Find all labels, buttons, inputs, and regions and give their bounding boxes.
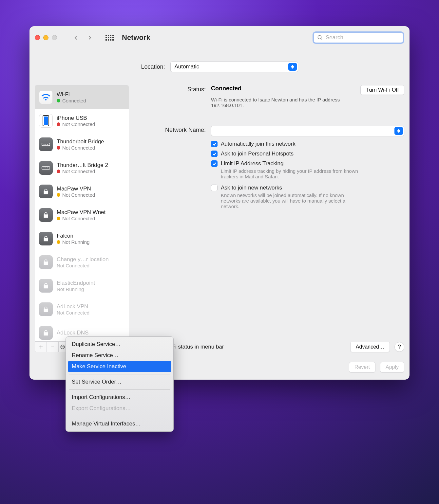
chevron-updown-icon xyxy=(288,63,297,71)
service-status: Connected xyxy=(62,98,86,103)
service-item-1[interactable]: iPhone USBNot Connected xyxy=(35,109,129,133)
status-dot xyxy=(57,240,60,244)
revert-button[interactable]: Revert xyxy=(349,362,375,372)
search-field[interactable] xyxy=(313,31,404,44)
service-item-5[interactable]: MacPaw VPN WnetNot Connected xyxy=(35,203,129,227)
auto-join-checkbox-row[interactable]: Automatically join this network xyxy=(211,141,404,147)
svg-point-14 xyxy=(62,347,63,347)
service-name: AdLock DNS xyxy=(57,330,88,336)
svg-point-15 xyxy=(63,347,64,347)
limit-ip-label: Limit IP Address Tracking xyxy=(221,160,358,167)
phone-icon xyxy=(39,114,53,128)
svg-point-10 xyxy=(46,168,46,168)
footer-buttons: Revert Apply xyxy=(349,362,404,372)
location-select[interactable]: Automatic xyxy=(170,62,298,72)
maximize-button[interactable] xyxy=(52,35,57,40)
service-status: Not Connected xyxy=(62,145,95,151)
svg-point-13 xyxy=(62,347,62,347)
lock-icon xyxy=(39,279,53,293)
menu-item-4[interactable]: Set Service Order… xyxy=(66,376,173,387)
help-button[interactable]: ? xyxy=(394,342,404,352)
add-service-button[interactable]: ＋ xyxy=(35,342,47,352)
service-status: Not Connected xyxy=(62,192,95,198)
checkbox-checked-icon[interactable] xyxy=(211,141,218,147)
search-icon xyxy=(317,35,323,41)
svg-point-11 xyxy=(47,168,48,168)
status-dot xyxy=(57,170,60,173)
limit-ip-checkbox-row[interactable]: Limit IP Address Tracking Limit IP addre… xyxy=(211,160,404,179)
tbolt-icon xyxy=(39,161,53,175)
network-name-label: Network Name: xyxy=(137,126,206,136)
location-label: Location: xyxy=(141,63,165,70)
wifi-icon xyxy=(39,90,53,104)
service-item-8[interactable]: ElasticEndpointNot Running xyxy=(35,274,129,297)
checkbox-checked-icon[interactable] xyxy=(211,160,218,167)
back-button[interactable] xyxy=(71,33,81,42)
apply-button[interactable]: Apply xyxy=(380,362,404,372)
service-name: MacPaw VPN xyxy=(57,186,95,192)
service-status: Not Connected xyxy=(62,169,95,174)
show-all-icon[interactable] xyxy=(105,33,114,42)
service-name: Wi-Fi xyxy=(57,91,86,98)
service-name: ElasticEndpoint xyxy=(57,280,95,286)
personal-hotspot-checkbox-row[interactable]: Ask to join Personal Hotspots xyxy=(211,151,404,157)
search-input[interactable] xyxy=(326,34,400,41)
menu-separator xyxy=(69,416,170,416)
service-actions-context-menu: Duplicate Service…Rename Service…Make Se… xyxy=(66,336,174,432)
status-dot xyxy=(57,122,60,126)
menu-item-1[interactable]: Rename Service… xyxy=(66,350,173,361)
service-item-6[interactable]: FalconNot Running xyxy=(35,227,129,250)
services-sidebar: Wi-FiConnectediPhone USBNot ConnectedThu… xyxy=(35,85,129,352)
service-name: Thunder…lt Bridge 2 xyxy=(57,162,108,169)
ask-new-label: Ask to join new networks xyxy=(221,185,358,191)
service-name: MacPaw VPN Wnet xyxy=(57,209,105,216)
service-status: Not Connected xyxy=(57,310,89,315)
svg-marker-18 xyxy=(397,131,400,133)
auto-join-label: Automatically join this network xyxy=(221,141,296,147)
service-item-4[interactable]: MacPaw VPNNot Connected xyxy=(35,180,129,203)
status-value: Connected xyxy=(211,85,241,92)
ask-new-checkbox-row[interactable]: Ask to join new networks Known networks … xyxy=(211,185,404,209)
svg-point-6 xyxy=(46,144,46,145)
location-row: Location: Automatic xyxy=(29,57,410,77)
service-item-2[interactable]: Thunderbolt BridgeNot Connected xyxy=(35,133,129,156)
menu-item-6[interactable]: Import Configurations… xyxy=(66,392,173,403)
lock-icon xyxy=(39,208,53,222)
menu-item-0[interactable]: Duplicate Service… xyxy=(66,339,173,350)
service-status: Not Connected xyxy=(62,121,95,127)
menu-item-2[interactable]: Make Service Inactive xyxy=(68,361,171,372)
service-name: iPhone USB xyxy=(57,115,95,121)
minimize-button[interactable] xyxy=(43,35,48,40)
close-button[interactable] xyxy=(35,35,40,40)
service-item-7[interactable]: Change y…r locationNot Connected xyxy=(35,250,129,274)
service-item-9[interactable]: AdLock VPNNot Connected xyxy=(35,297,129,321)
service-item-0[interactable]: Wi-FiConnected xyxy=(35,85,129,109)
service-name: Change y…r location xyxy=(57,256,109,263)
menu-item-9[interactable]: Manage Virtual Interfaces… xyxy=(66,418,173,429)
svg-point-7 xyxy=(47,144,48,145)
service-name: Falcon xyxy=(57,233,89,239)
menu-separator xyxy=(69,389,170,390)
toolbar: Network xyxy=(29,26,410,49)
svg-marker-3 xyxy=(291,67,294,69)
service-status: Not Connected xyxy=(57,263,89,268)
menu-item-7: Export Configurations… xyxy=(66,403,173,414)
forward-button[interactable] xyxy=(85,33,94,42)
checkbox-unchecked-icon[interactable] xyxy=(211,185,218,191)
status-dot xyxy=(57,146,60,150)
service-item-3[interactable]: Thunder…lt Bridge 2Not Connected xyxy=(35,156,129,180)
service-name: AdLock VPN xyxy=(57,303,89,310)
network-name-select[interactable] xyxy=(211,126,404,136)
turn-wifi-off-button[interactable]: Turn Wi-Fi Off xyxy=(360,85,404,95)
status-description: Wi-Fi is connected to Isaac Newton and h… xyxy=(211,97,342,108)
personal-hotspot-label: Ask to join Personal Hotspots xyxy=(221,151,294,157)
ellipsis-icon xyxy=(60,344,65,350)
location-value: Automatic xyxy=(175,63,200,70)
lock-icon xyxy=(39,255,53,269)
svg-point-0 xyxy=(318,35,321,39)
lock-icon xyxy=(39,302,53,316)
advanced-button[interactable]: Advanced… xyxy=(350,342,390,352)
checkbox-checked-icon[interactable] xyxy=(211,151,218,157)
remove-service-button[interactable]: － xyxy=(47,342,59,352)
service-status: Not Connected xyxy=(62,216,95,221)
